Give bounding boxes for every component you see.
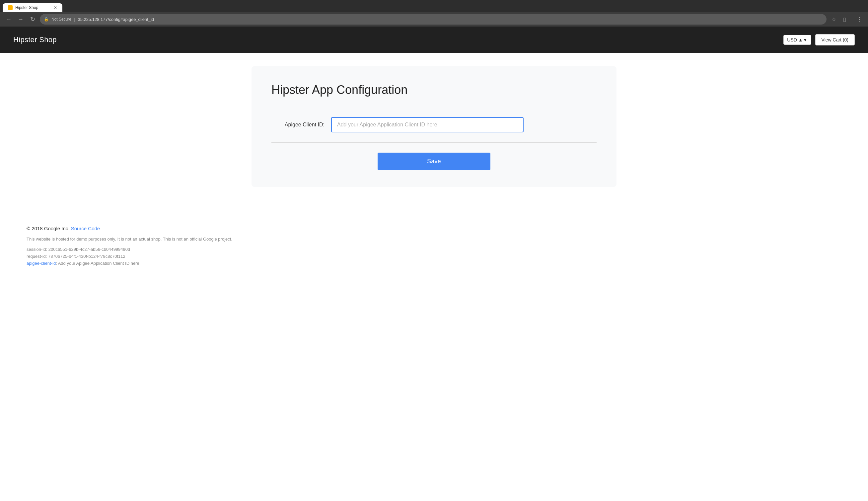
browser-toolbar: ← → ↻ 🔒 Not Secure | 35.225.128.177/conf… — [0, 12, 868, 26]
browser-chrome: Hipster Shop ✕ ← → ↻ 🔒 Not Secure | 35.2… — [0, 0, 868, 26]
top-divider — [271, 107, 597, 107]
currency-label: USD — [787, 37, 797, 42]
forward-button[interactable]: → — [16, 14, 25, 24]
tab-favicon — [8, 5, 13, 10]
copyright-text: © 2018 Google Inc — [26, 226, 68, 231]
extensions-icon: ▯ — [843, 16, 846, 23]
apigee-client-id-input[interactable] — [331, 117, 524, 132]
extensions-button[interactable]: ▯ — [840, 14, 849, 24]
footer-disclaimer: This website is hosted for demo purposes… — [26, 237, 848, 242]
app-title[interactable]: Hipster Shop — [13, 35, 57, 44]
toolbar-divider — [852, 16, 852, 23]
forward-icon: → — [18, 16, 23, 23]
reload-button[interactable]: ↻ — [28, 14, 37, 24]
client-id-label: Apigee Client ID: — [271, 122, 324, 128]
config-card: Hipster App Configuration Apigee Client … — [251, 66, 617, 187]
bookmark-button[interactable]: ☆ — [829, 14, 838, 24]
menu-button[interactable]: ⋮ — [855, 14, 864, 24]
bottom-divider — [271, 142, 597, 143]
browser-tab[interactable]: Hipster Shop ✕ — [3, 3, 62, 12]
config-title: Hipster App Configuration — [271, 83, 597, 97]
source-code-link[interactable]: Source Code — [71, 226, 100, 231]
app-header: Hipster Shop USD ▲▼ View Cart (0) — [0, 26, 868, 53]
footer-copyright: © 2018 Google Inc Source Code — [26, 226, 848, 231]
header-actions: USD ▲▼ View Cart (0) — [783, 34, 855, 45]
menu-icon: ⋮ — [857, 16, 862, 23]
footer-apigee-row: apigee-client-id: Add your Apigee Applic… — [26, 261, 848, 266]
apigee-client-id-value: : Add your Apigee Application Client ID … — [56, 261, 139, 266]
footer: © 2018 Google Inc Source Code This websi… — [0, 212, 868, 279]
main-content: Hipster App Configuration Apigee Client … — [0, 53, 868, 212]
tab-close-icon[interactable]: ✕ — [54, 5, 57, 10]
currency-selector[interactable]: USD ▲▼ — [783, 35, 811, 45]
toolbar-actions: ☆ ▯ ⋮ — [829, 14, 864, 24]
back-icon: ← — [6, 16, 12, 23]
tab-title: Hipster Shop — [15, 5, 38, 10]
currency-arrow-icon: ▲▼ — [798, 37, 807, 42]
back-button[interactable]: ← — [4, 14, 13, 24]
footer-request-id: request-id: 78706725-b4f1-430f-b124-f78c… — [26, 254, 848, 259]
lock-icon: 🔒 — [44, 17, 49, 22]
reload-icon: ↻ — [30, 15, 35, 23]
view-cart-button[interactable]: View Cart (0) — [815, 34, 855, 45]
form-row: Apigee Client ID: — [271, 117, 597, 132]
url-display: 35.225.128.177/config#apigee_client_id — [78, 17, 154, 22]
address-separator: | — [74, 17, 75, 22]
not-secure-label: Not Secure — [51, 17, 71, 22]
browser-tabs: Hipster Shop ✕ — [0, 0, 868, 12]
save-btn-row: Save — [271, 153, 597, 170]
apigee-client-id-link[interactable]: apigee-client-id — [26, 261, 56, 266]
address-bar[interactable]: 🔒 Not Secure | 35.225.128.177/config#api… — [40, 14, 826, 24]
save-button[interactable]: Save — [378, 153, 490, 170]
footer-session-id: session-id: 200c6551-629b-4c27-ab56-cb04… — [26, 247, 848, 252]
bookmark-icon: ☆ — [832, 16, 836, 23]
